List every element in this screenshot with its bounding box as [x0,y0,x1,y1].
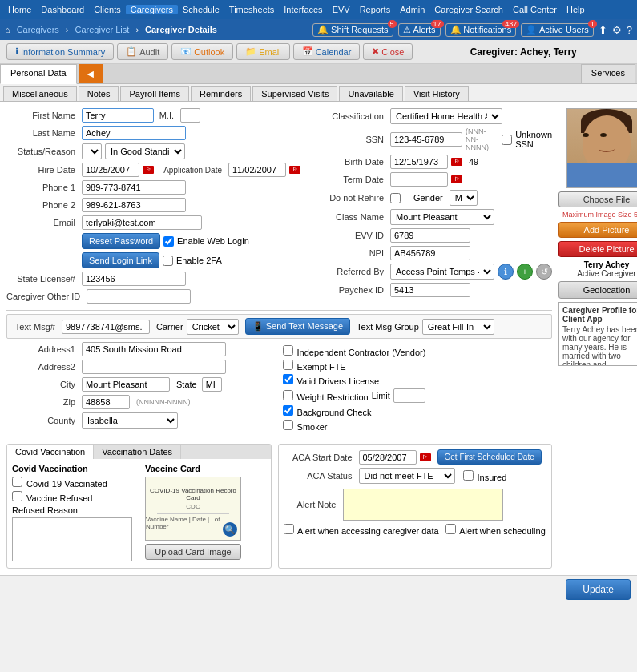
alert-accessing-checkbox[interactable] [284,524,294,534]
weight-restriction-check[interactable]: Weight Restriction [283,390,369,402]
alert-note-textarea[interactable] [343,489,503,521]
covid-tab-vaccination[interactable]: Covid Vaccination [7,445,94,459]
nav-call-center[interactable]: Call Center [508,5,562,14]
refused-reason-textarea[interactable] [12,517,132,561]
nav-caregivers[interactable]: Caregivers [126,5,178,14]
gender-select[interactable]: M [450,190,478,206]
nav-reports[interactable]: Reports [355,5,396,14]
background-check-label[interactable]: Background Check [283,408,372,417]
background-check-checkbox[interactable] [283,405,293,416]
insured-check[interactable]: Insured [463,470,507,482]
choose-file-button[interactable]: Choose File [558,191,637,207]
close-button[interactable]: ✖ Close [363,43,413,60]
unknown-ssn-checkbox[interactable] [502,135,512,145]
email-button[interactable]: 📁 Email [236,43,290,60]
term-date-input[interactable] [390,172,448,187]
text-msg-group-select[interactable]: Great Fill-In [422,319,494,335]
carrier-select[interactable]: Cricket [187,319,239,335]
alert-scheduling-checkbox[interactable] [445,524,456,534]
email-input[interactable] [82,215,202,230]
breadcrumb-caregivers[interactable]: Caregivers [17,25,59,34]
vaccine-card-search-icon[interactable]: 🔍 [223,522,237,537]
caregiver-other-id-input[interactable] [87,289,191,304]
evv-id-input[interactable] [390,228,470,243]
alerts-button[interactable]: ⚠ Alerts 17 [398,23,441,37]
zip-input[interactable] [82,395,130,409]
do-not-rehire-checkbox[interactable] [390,193,401,203]
upload-card-image-button[interactable]: Upload Card Image [145,544,241,560]
calendar-button[interactable]: 📅 Calendar [293,43,361,60]
nav-schedule[interactable]: Schedule [178,5,224,14]
referred-by-select[interactable]: Access Point Temps - Ben Jamin [390,264,494,280]
ssn-input[interactable] [390,132,462,147]
breadcrumb-caregiver-list[interactable]: Caregiver List [75,25,130,34]
hire-date-input[interactable] [82,163,139,177]
birth-date-input[interactable] [390,155,448,169]
enable-2fa-checkbox[interactable] [163,256,173,266]
last-name-input[interactable] [82,126,186,140]
vaccine-refused-check[interactable]: Vaccine Refused [12,493,92,503]
mi-input[interactable] [180,108,200,123]
nav-timesheets[interactable]: Timesheets [224,5,279,14]
aca-start-date-input[interactable] [359,450,417,465]
sub-tab-payroll-items[interactable]: Payroll Items [120,86,189,101]
smoker-checkbox[interactable] [283,420,293,430]
county-select[interactable]: Isabella [82,412,178,429]
referred-add-icon[interactable]: + [517,264,533,280]
reset-password-button[interactable]: Reset Password [82,233,160,249]
active-users-button[interactable]: 👤 Active Users 1 [521,23,594,37]
enable-2fa-check[interactable]: Enable 2FA [163,256,222,266]
nav-interfaces[interactable]: Interfaces [279,5,327,14]
classification-select[interactable]: Certified Home Health Aid [390,108,502,124]
enable-web-login-checkbox[interactable] [163,236,174,247]
city-input[interactable] [82,377,170,392]
nav-clients[interactable]: Clients [89,5,126,14]
valid-drivers-checkbox[interactable] [283,374,293,384]
covid-tab-dates[interactable]: Vaccination Dates [94,445,181,459]
weight-restriction-checkbox[interactable] [283,390,293,400]
add-picture-button[interactable]: Add Picture [558,222,637,238]
independent-contractor-checkbox[interactable] [283,345,293,356]
sub-tab-unavailable[interactable]: Unavailable [339,86,402,101]
nav-home[interactable]: Home [3,5,36,14]
paychex-id-input[interactable] [390,283,470,297]
referred-refresh-icon[interactable]: ↺ [536,264,552,280]
nav-evv[interactable]: EVV [328,5,355,14]
text-msg-input[interactable] [62,320,150,334]
nav-admin[interactable]: Admin [395,5,429,14]
unknown-ssn-check[interactable]: Unknown SSN [502,130,552,149]
tab-services[interactable]: Services [581,64,635,83]
sub-tab-visit-history[interactable]: Visit History [405,86,469,101]
weight-limit-input[interactable] [393,388,425,403]
independent-contractor-check[interactable]: Independent Contractor (Vendor) [283,348,426,357]
delete-picture-button[interactable]: Delete Picture [558,241,637,257]
application-date-input[interactable] [228,163,286,177]
first-name-input[interactable] [82,108,154,123]
send-text-message-button[interactable]: 📱 Send Text Message [245,318,350,335]
insured-checkbox[interactable] [463,470,474,481]
nav-caregiver-search[interactable]: Caregiver Search [429,5,508,14]
enable-web-login-check[interactable]: Enable Web Login [163,236,249,247]
question-icon[interactable]: ? [627,24,632,36]
aca-status-select[interactable]: Did not meet FTE [359,468,455,484]
sub-tab-supervised-visits[interactable]: Supervised Visits [252,86,337,101]
valid-drivers-check[interactable]: Valid Drivers License [283,376,380,386]
address2-input[interactable] [82,360,226,374]
nav-help[interactable]: Help [562,5,590,14]
get-first-scheduled-button[interactable]: Get First Scheduled Date [437,449,542,465]
notifications-button[interactable]: 🔔 Notifications 437 [445,23,517,37]
covid19-vaccinated-checkbox[interactable] [12,477,22,487]
class-name-select[interactable]: Mount Pleasant [390,209,494,225]
phone1-input[interactable] [82,180,186,195]
npi-input[interactable] [390,246,470,260]
state-input[interactable] [202,377,222,392]
vaccine-refused-checkbox[interactable] [12,491,22,501]
exempt-fte-check[interactable]: Exempt FTE [283,362,346,372]
update-button[interactable]: Update [566,579,631,600]
gear-icon[interactable]: ⚙ [612,24,622,36]
phone2-input[interactable] [82,198,186,212]
upload-icon[interactable]: ⬆ [599,24,607,36]
geolocation-button[interactable]: Geolocation [558,281,637,299]
info-summary-button[interactable]: ℹ Information Summary [6,43,114,60]
send-login-link-button[interactable]: Send Login Link [82,252,159,268]
